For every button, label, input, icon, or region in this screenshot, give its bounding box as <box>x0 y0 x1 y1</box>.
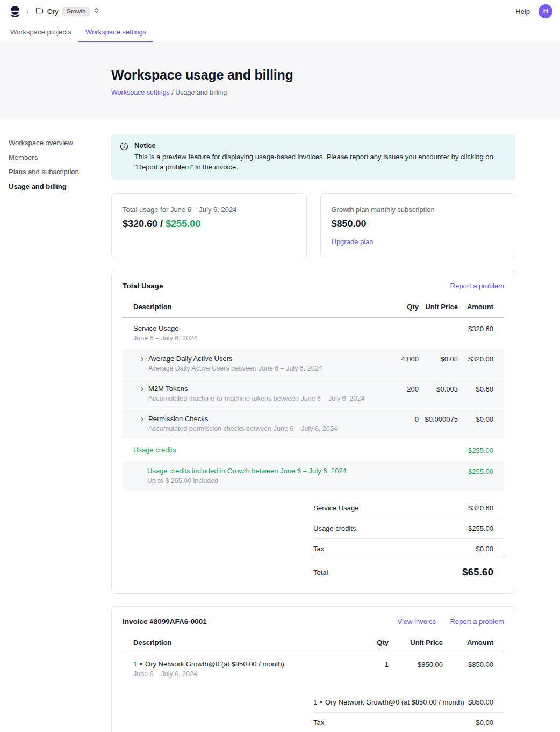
breadcrumb: Workspace settings / Usage and billing <box>111 89 551 96</box>
subscription-card: Growth plan monthly subscription $850.00… <box>320 193 516 258</box>
table-row-permission-checks[interactable]: Permission Checks Accumulated permission… <box>123 409 504 438</box>
invoice-panel: Invoice #8099AFA6-0001 View invoice Repo… <box>111 606 515 732</box>
help-link[interactable]: Help <box>515 8 530 16</box>
workspace-tabs: Workspace projects Workspace settings <box>0 23 560 42</box>
chevron-right-icon[interactable] <box>139 386 145 402</box>
usage-summary: Service Usage $320.60 Usage credits -$25… <box>313 498 504 579</box>
sidebar-item-plans-subscription[interactable]: Plans and subscription <box>9 165 111 179</box>
col-description: Description <box>133 638 346 646</box>
total-usage-panel: Total Usage Report a problem Description… <box>111 271 515 594</box>
notice-title: Notice <box>134 141 499 150</box>
breadcrumb-current: Usage and billing <box>175 89 227 96</box>
table-row-usage-credits-detail: Usage credits included in Growth between… <box>123 461 504 491</box>
chevron-right-icon[interactable] <box>139 416 145 432</box>
report-problem-link[interactable]: Report a problem <box>450 617 504 626</box>
chevron-right-icon[interactable] <box>139 356 145 372</box>
notice-body: This is a preview feature for displaying… <box>134 152 499 172</box>
col-amount: Amount <box>443 638 493 646</box>
summary-row-tax: Tax $0.00 <box>313 539 504 559</box>
total-usage-card: Total usage for June 6 – July 6, 2024 $3… <box>111 193 307 258</box>
col-qty: Qty <box>376 303 419 311</box>
invoice-title: Invoice #8099AFA6-0001 <box>123 617 207 626</box>
page-header: Workspace usage and billing Workspace se… <box>0 42 560 119</box>
summary-row-total: Total $65.60 <box>313 559 504 579</box>
col-unit-price: Unit Price <box>389 638 443 646</box>
total-usage-amount: $320.60 / $255.00 <box>123 218 296 230</box>
view-invoice-link[interactable]: View invoice <box>398 617 436 626</box>
workspace-switcher[interactable]: Ory Growth <box>35 7 100 16</box>
col-qty: Qty <box>346 638 389 646</box>
invoice-summary: 1 × Ory Network Growth@0 (at $850.00 / m… <box>313 692 504 732</box>
table-row-service-usage: Service Usage June 6 – July 6, 2024 $320… <box>123 318 504 349</box>
summary-row-usage-credits: Usage credits -$255.00 <box>313 518 504 539</box>
usage-panel-title: Total Usage <box>123 282 163 290</box>
topbar: / Ory Growth Help H <box>0 0 560 23</box>
sidebar-item-members[interactable]: Members <box>9 150 111 165</box>
usage-table-header: Description Qty Unit Price Amount <box>123 299 504 318</box>
total-usage-label: Total usage for June 6 – July 6, 2024 <box>123 205 296 214</box>
included-credit-amount: $255.00 <box>166 218 200 229</box>
table-row-usage-credits: Usage credits -$255.00 <box>123 439 504 461</box>
notice-banner: Notice This is a preview feature for dis… <box>111 134 515 180</box>
ory-logo-icon[interactable] <box>10 6 20 17</box>
invoice-table-header: Description Qty Unit Price Amount <box>123 634 504 653</box>
folder-icon <box>35 7 44 16</box>
tab-workspace-settings[interactable]: Workspace settings <box>78 23 153 42</box>
report-problem-link[interactable]: Report a problem <box>450 282 504 290</box>
page-title: Workspace usage and billing <box>111 67 551 83</box>
summary-row-tax: Tax $0.00 <box>313 713 504 732</box>
breadcrumb-separator: / <box>170 89 175 96</box>
summary-row-subscription: 1 × Ory Network Growth@0 (at $850.00 / m… <box>313 692 504 713</box>
settings-sidebar: Workspace overview Members Plans and sub… <box>9 134 111 732</box>
sidebar-item-usage-billing[interactable]: Usage and billing <box>9 179 111 194</box>
user-avatar[interactable]: H <box>539 4 552 18</box>
workspace-name: Ory <box>47 8 59 16</box>
sidebar-item-workspace-overview[interactable]: Workspace overview <box>9 136 111 150</box>
breadcrumb-parent-link[interactable]: Workspace settings <box>111 89 170 96</box>
col-description: Description <box>133 303 376 311</box>
table-row-m2m-tokens[interactable]: M2M Tokens Accumulated machine-to-machin… <box>123 379 504 408</box>
info-icon <box>120 142 128 172</box>
caret-sort-icon <box>94 7 100 16</box>
subscription-label: Growth plan monthly subscription <box>332 205 505 214</box>
table-row-subscription-line: 1 × Ory Network Growth@0 (at $850.00 / m… <box>123 653 504 685</box>
path-separator: / <box>27 8 29 16</box>
col-amount: Amount <box>458 303 493 311</box>
tab-workspace-projects[interactable]: Workspace projects <box>3 23 78 42</box>
plan-badge: Growth <box>62 7 90 16</box>
col-unit-price: Unit Price <box>419 303 458 311</box>
upgrade-plan-link[interactable]: Upgrade plan <box>332 238 374 246</box>
summary-row-service-usage: Service Usage $320.60 <box>313 498 504 518</box>
subscription-amount: $850.00 <box>332 218 505 230</box>
table-row-average-daily-active-users[interactable]: Average Daily Active Users Average Daily… <box>123 349 504 378</box>
